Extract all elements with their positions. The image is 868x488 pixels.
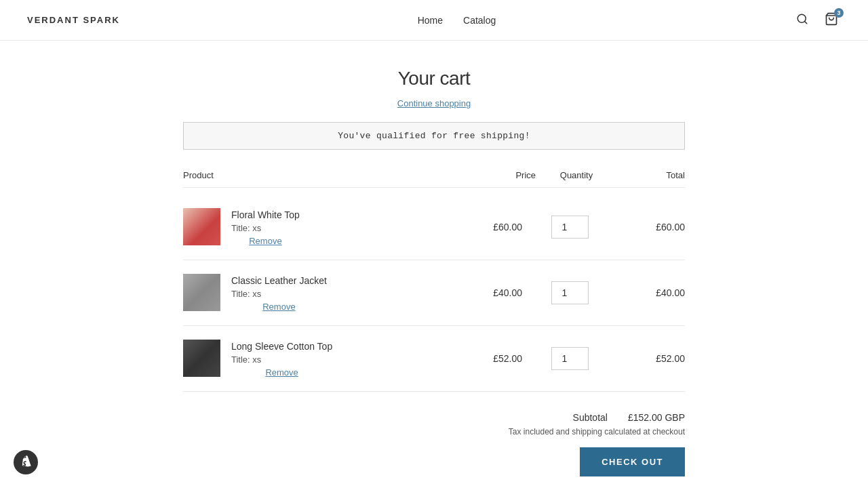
checkout-button[interactable]: CHECK OUT xyxy=(580,447,685,476)
cart-table-header: Product Price Quantity Total xyxy=(183,170,685,188)
cart-item: Classic Leather Jacket Title: xs Remove … xyxy=(183,260,685,326)
product-variant-0: Title: xs xyxy=(231,223,300,233)
header: VERDANT SPARK Home Catalog 3 xyxy=(0,0,868,41)
free-shipping-banner: You've qualified for free shipping! xyxy=(183,122,685,150)
remove-button-0[interactable]: Remove xyxy=(231,236,300,246)
cart-page: Your cart Continue shopping You've quali… xyxy=(170,41,698,488)
qty-cell-2 xyxy=(529,347,610,370)
subtotal-row: Subtotal £152.00 GBP xyxy=(573,412,685,423)
product-image-2 xyxy=(183,340,220,377)
nav-home[interactable]: Home xyxy=(418,15,443,26)
header-icons: 3 xyxy=(793,9,841,30)
header-total: Total xyxy=(617,170,685,180)
brand-logo: VERDANT SPARK xyxy=(27,15,120,25)
product-name-0: Floral White Top xyxy=(231,209,300,220)
search-button[interactable] xyxy=(793,10,811,30)
product-price-1: £40.00 xyxy=(441,287,522,298)
product-cell-1: Classic Leather Jacket Title: xs Remove xyxy=(183,274,434,312)
nav-catalog[interactable]: Catalog xyxy=(463,15,496,26)
shopify-icon xyxy=(19,455,33,469)
product-name-2: Long Sleeve Cotton Top xyxy=(231,341,332,352)
header-quantity: Quantity xyxy=(536,170,617,180)
product-cell-2: Long Sleeve Cotton Top Title: xs Remove xyxy=(183,340,434,378)
remove-button-2[interactable]: Remove xyxy=(231,367,332,378)
subtotal-section: Subtotal £152.00 GBP Tax included and sh… xyxy=(183,412,685,476)
svg-line-1 xyxy=(804,21,806,23)
cart-item: Floral White Top Title: xs Remove £60.00… xyxy=(183,195,685,260)
shopify-badge[interactable] xyxy=(14,450,38,474)
qty-input-0[interactable] xyxy=(551,216,589,239)
product-variant-2: Title: xs xyxy=(231,354,332,365)
continue-shopping-wrapper: Continue shopping xyxy=(183,98,685,108)
cart-button[interactable]: 3 xyxy=(822,9,841,30)
qty-input-1[interactable] xyxy=(551,281,589,304)
remove-button-1[interactable]: Remove xyxy=(231,302,327,312)
product-info-0: Floral White Top Title: xs Remove xyxy=(231,208,300,246)
cart-items-list: Floral White Top Title: xs Remove £60.00… xyxy=(183,195,685,392)
page-title: Your cart xyxy=(183,68,685,89)
cart-count-badge: 3 xyxy=(834,8,844,18)
header-price: Price xyxy=(454,170,536,180)
tax-note: Tax included and shipping calculated at … xyxy=(509,427,685,436)
product-image-1 xyxy=(183,274,220,311)
product-info-1: Classic Leather Jacket Title: xs Remove xyxy=(231,274,327,312)
product-price-2: £52.00 xyxy=(441,353,522,364)
header-product: Product xyxy=(183,170,454,180)
qty-cell-0 xyxy=(529,216,610,239)
product-cell-0: Floral White Top Title: xs Remove xyxy=(183,208,434,246)
product-total-1: £40.00 xyxy=(617,287,685,298)
subtotal-label: Subtotal xyxy=(573,412,608,423)
main-nav: Home Catalog xyxy=(418,15,496,26)
continue-shopping-link[interactable]: Continue shopping xyxy=(397,98,471,108)
cart-item: Long Sleeve Cotton Top Title: xs Remove … xyxy=(183,326,685,392)
product-image-0 xyxy=(183,208,220,245)
qty-input-2[interactable] xyxy=(551,347,589,370)
product-name-1: Classic Leather Jacket xyxy=(231,275,327,286)
qty-cell-1 xyxy=(529,281,610,304)
subtotal-value: £152.00 GBP xyxy=(628,412,685,423)
product-total-0: £60.00 xyxy=(617,222,685,232)
product-info-2: Long Sleeve Cotton Top Title: xs Remove xyxy=(231,340,332,378)
product-variant-1: Title: xs xyxy=(231,289,327,299)
product-total-2: £52.00 xyxy=(617,353,685,364)
product-price-0: £60.00 xyxy=(441,222,522,232)
search-icon xyxy=(796,13,808,25)
